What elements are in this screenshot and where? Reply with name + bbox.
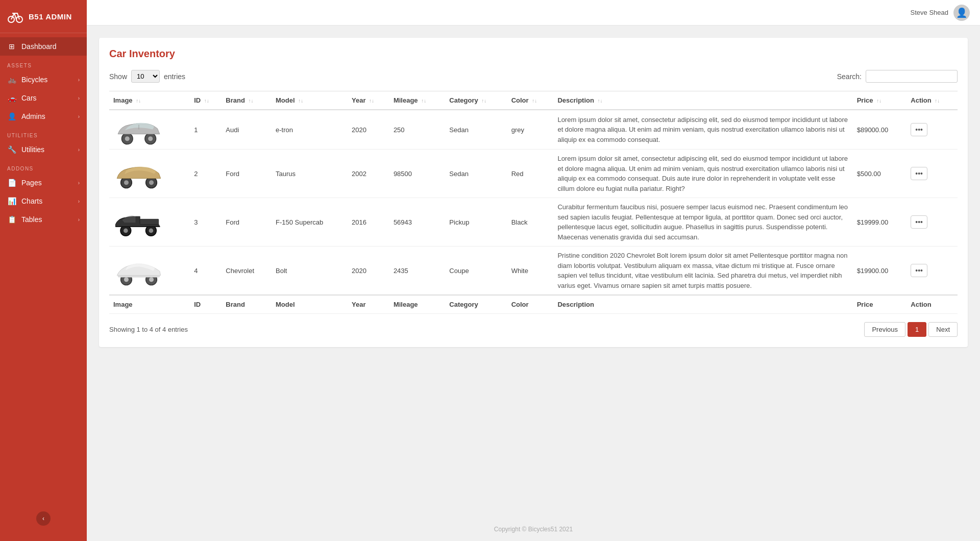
cell-year-1: 2002 bbox=[348, 150, 389, 198]
table-controls: Show 10 25 50 100 entries Search: bbox=[109, 70, 958, 83]
cell-description-1: Lorem ipsum dolor sit amet, consectetur … bbox=[553, 150, 852, 198]
sidebar-item-cars[interactable]: 🚗 Cars › bbox=[0, 89, 87, 107]
cell-id-1: 2 bbox=[190, 150, 222, 198]
action-button-1[interactable]: ••• bbox=[911, 167, 927, 180]
sort-icon-image: ↑↓ bbox=[136, 98, 141, 104]
footer-col-year: Year bbox=[348, 295, 389, 314]
col-image[interactable]: Image ↑↓ bbox=[109, 91, 190, 110]
cell-year-2: 2016 bbox=[348, 198, 389, 247]
logo-icon bbox=[7, 8, 23, 24]
sort-icon-color: ↑↓ bbox=[532, 98, 537, 104]
action-button-3[interactable]: ••• bbox=[911, 264, 927, 277]
main-content: Steve Shead 👤 Car Inventory Show 10 25 5… bbox=[87, 0, 980, 541]
col-action[interactable]: Action ↑↓ bbox=[906, 91, 958, 110]
search-input[interactable] bbox=[866, 70, 958, 83]
sidebar-item-tables[interactable]: 📋 Tables › bbox=[0, 210, 87, 229]
table-row: 3 Ford F-150 Supercab 2016 56943 Pickup … bbox=[109, 198, 958, 247]
cell-id-2: 3 bbox=[190, 198, 222, 247]
sidebar-item-bicycles-label: Bicycles bbox=[21, 76, 47, 84]
sidebar-item-pages-label: Pages bbox=[21, 179, 42, 187]
col-model[interactable]: Model ↑↓ bbox=[272, 91, 348, 110]
sidebar: B51 ADMIN ⊞ Dashboard ASSETS 🚲 Bicycles … bbox=[0, 0, 87, 541]
cell-id-0: 1 bbox=[190, 110, 222, 150]
col-price[interactable]: Price ↑↓ bbox=[853, 91, 907, 110]
svg-point-4 bbox=[125, 136, 130, 141]
entries-select[interactable]: 10 25 50 100 bbox=[131, 70, 160, 83]
tables-icon: 📋 bbox=[7, 215, 16, 224]
cell-image-2 bbox=[109, 198, 190, 247]
sort-icon-desc: ↑↓ bbox=[598, 98, 603, 104]
sidebar-item-utilities[interactable]: 🔧 Utilities › bbox=[0, 140, 87, 159]
cell-mileage-1: 98500 bbox=[389, 150, 445, 198]
footer-col-brand: Brand bbox=[222, 295, 272, 314]
sidebar-item-bicycles[interactable]: 🚲 Bicycles › bbox=[0, 70, 87, 89]
sidebar-nav: ⊞ Dashboard ASSETS 🚲 Bicycles › 🚗 Cars ›… bbox=[0, 33, 87, 541]
svg-point-19 bbox=[124, 277, 129, 282]
charts-icon: 📊 bbox=[7, 197, 16, 205]
sidebar-item-pages[interactable]: 📄 Pages › bbox=[0, 174, 87, 192]
cell-brand-3: Chevrolet bbox=[222, 247, 272, 296]
table-body: 1 Audi e-tron 2020 250 Sedan grey Lorem … bbox=[109, 110, 958, 295]
cell-action-2: ••• bbox=[906, 198, 958, 247]
sidebar-item-charts[interactable]: 📊 Charts › bbox=[0, 192, 87, 210]
col-category[interactable]: Category ↑↓ bbox=[445, 91, 507, 110]
page-title: Car Inventory bbox=[109, 48, 958, 60]
page-content: Car Inventory Show 10 25 50 100 entries … bbox=[87, 26, 980, 518]
chevron-right-icon-charts: › bbox=[78, 199, 80, 204]
cell-brand-1: Ford bbox=[222, 150, 272, 198]
cell-model-0: e-tron bbox=[272, 110, 348, 150]
svg-point-20 bbox=[149, 277, 154, 282]
footer-col-description: Description bbox=[553, 295, 852, 314]
cell-category-0: Sedan bbox=[445, 110, 507, 150]
cell-model-1: Taurus bbox=[272, 150, 348, 198]
sidebar-item-admins[interactable]: 👤 Admins › bbox=[0, 107, 87, 126]
section-label-addons: ADDONS bbox=[0, 159, 87, 174]
cell-image-3 bbox=[109, 247, 190, 296]
cell-mileage-2: 56943 bbox=[389, 198, 445, 247]
next-button[interactable]: Next bbox=[928, 322, 958, 337]
sidebar-item-dashboard[interactable]: ⊞ Dashboard bbox=[0, 37, 87, 56]
action-button-2[interactable]: ••• bbox=[911, 215, 927, 229]
sort-icon-category: ↑↓ bbox=[481, 98, 486, 104]
topbar-username: Steve Shead bbox=[911, 9, 948, 16]
cell-mileage-0: 250 bbox=[389, 110, 445, 150]
sidebar-item-tables-label: Tables bbox=[21, 215, 42, 224]
svg-point-10 bbox=[149, 180, 154, 185]
app-title: B51 ADMIN bbox=[29, 12, 72, 21]
cell-brand-0: Audi bbox=[222, 110, 272, 150]
col-color[interactable]: Color ↑↓ bbox=[507, 91, 554, 110]
footer-col-model: Model bbox=[272, 295, 348, 314]
cell-price-3: $19900.00 bbox=[853, 247, 907, 296]
admins-icon: 👤 bbox=[7, 112, 16, 120]
col-year[interactable]: Year ↑↓ bbox=[348, 91, 389, 110]
sort-icon-mileage: ↑↓ bbox=[421, 98, 426, 104]
sort-icon-price: ↑↓ bbox=[876, 98, 881, 104]
sidebar-collapse-button[interactable]: ‹ bbox=[36, 511, 51, 526]
sort-icon-brand: ↑↓ bbox=[249, 98, 254, 104]
col-brand[interactable]: Brand ↑↓ bbox=[222, 91, 272, 110]
previous-button[interactable]: Previous bbox=[864, 322, 905, 337]
table-card: Car Inventory Show 10 25 50 100 entries … bbox=[99, 38, 968, 347]
utilities-icon: 🔧 bbox=[7, 145, 16, 154]
col-description[interactable]: Description ↑↓ bbox=[553, 91, 852, 110]
cell-price-1: $500.00 bbox=[853, 150, 907, 198]
cell-color-2: Black bbox=[507, 198, 554, 247]
bicycle-icon: 🚲 bbox=[7, 76, 16, 84]
cell-brand-2: Ford bbox=[222, 198, 272, 247]
cell-color-0: grey bbox=[507, 110, 554, 150]
search-area: Search: bbox=[837, 70, 958, 83]
col-mileage[interactable]: Mileage ↑↓ bbox=[389, 91, 445, 110]
search-label: Search: bbox=[837, 72, 862, 81]
footer-col-action: Action bbox=[906, 295, 958, 314]
cell-year-0: 2020 bbox=[348, 110, 389, 150]
col-id[interactable]: ID ↑↓ bbox=[190, 91, 222, 110]
cell-color-1: Red bbox=[507, 150, 554, 198]
section-label-utilities: UTILITIES bbox=[0, 126, 87, 140]
svg-point-13 bbox=[124, 229, 128, 233]
page-1-button[interactable]: 1 bbox=[908, 322, 926, 337]
sidebar-item-charts-label: Charts bbox=[21, 197, 42, 205]
action-button-0[interactable]: ••• bbox=[911, 123, 927, 136]
sort-icon-year: ↑↓ bbox=[369, 98, 374, 104]
cell-color-3: White bbox=[507, 247, 554, 296]
cell-action-3: ••• bbox=[906, 247, 958, 296]
